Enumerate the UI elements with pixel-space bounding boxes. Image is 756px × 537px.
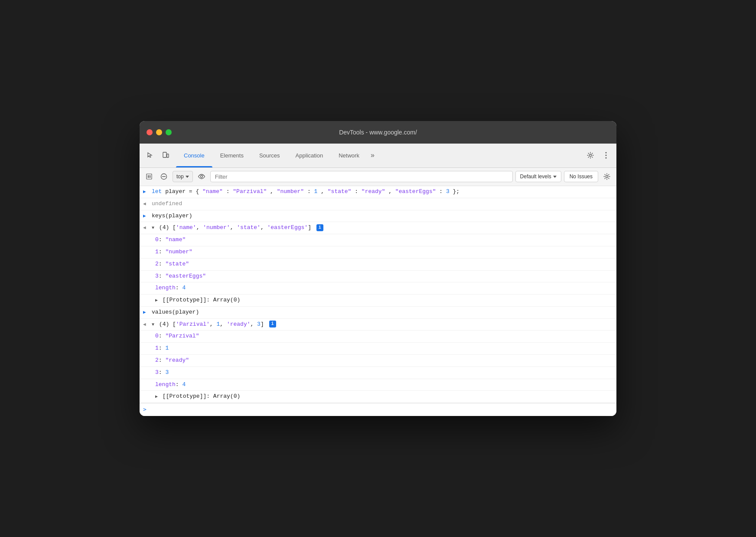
svg-point-10 xyxy=(606,176,608,178)
tab-bar: Console Elements Sources Application Net… xyxy=(140,144,616,168)
console-text: undefined xyxy=(152,200,616,209)
info-badge[interactable]: i xyxy=(269,321,276,327)
console-line[interactable]: ◀ ▼ (4) ['Parzival', 1, 'ready', 3] i xyxy=(140,319,616,331)
more-tabs-button[interactable]: » xyxy=(367,144,378,167)
console-line[interactable]: ▶ keys(player) xyxy=(140,210,616,223)
title-bar: DevTools - www.google.com/ xyxy=(140,121,616,144)
collapse-triangle[interactable]: ▼ xyxy=(152,225,154,232)
tab-list: Console Elements Sources Application Net… xyxy=(176,144,583,167)
console-line[interactable]: ◀ ▼ (4) ['name', 'number', 'state', 'eas… xyxy=(140,222,616,234)
svg-rect-0 xyxy=(163,152,166,157)
console-line[interactable]: ▶ let player = { "name" : "Parzival" , "… xyxy=(140,186,616,198)
close-button[interactable] xyxy=(147,129,153,135)
svg-rect-1 xyxy=(167,154,169,157)
devtools-icon-group xyxy=(143,148,173,162)
console-line[interactable]: 3: 3 xyxy=(140,367,616,379)
console-text: 1: "number" xyxy=(155,248,616,257)
more-options-button[interactable] xyxy=(599,148,613,162)
console-line[interactable]: 1: "number" xyxy=(140,246,616,259)
console-text: length: 4 xyxy=(155,380,616,390)
console-text: 1: 1 xyxy=(155,344,616,353)
console-text: 0: "Parzival" xyxy=(155,332,616,341)
console-line[interactable]: 2: "state" xyxy=(140,259,616,271)
console-settings-button[interactable] xyxy=(601,170,613,183)
device-toolbar-button[interactable] xyxy=(159,148,173,162)
console-prompt: > xyxy=(143,405,147,414)
output-arrow: ◀ xyxy=(143,224,152,232)
console-text: 2: "state" xyxy=(155,260,616,269)
svg-point-4 xyxy=(606,155,607,156)
svg-point-3 xyxy=(606,152,607,154)
input-arrow: ▶ xyxy=(143,309,152,317)
settings-button[interactable] xyxy=(583,148,597,162)
output-arrow: ◀ xyxy=(143,321,152,329)
console-text: ▶ [[Prototype]]: Array(0) xyxy=(155,392,616,401)
svg-rect-6 xyxy=(147,174,152,179)
console-line[interactable]: 0: "name" xyxy=(140,234,616,246)
console-line[interactable]: ◀ undefined xyxy=(140,198,616,210)
maximize-button[interactable] xyxy=(166,129,172,135)
tab-network[interactable]: Network xyxy=(331,144,367,167)
inspect-element-button[interactable] xyxy=(143,148,157,162)
console-line[interactable]: 1: 1 xyxy=(140,343,616,355)
context-selector[interactable]: top xyxy=(173,171,193,182)
console-output: ▶ let player = { "name" : "Parzival" , "… xyxy=(140,186,616,416)
console-line[interactable]: ▶ [[Prototype]]: Array(0) xyxy=(140,295,616,307)
filter-input[interactable] xyxy=(210,171,513,182)
console-line[interactable]: 3: "easterEggs" xyxy=(140,271,616,283)
console-line[interactable]: ▶ [[Prototype]]: Array(0) xyxy=(140,391,616,403)
devtools-window: DevTools - www.google.com/ Console xyxy=(140,121,616,416)
console-text: 0: "name" xyxy=(155,236,616,245)
expand-triangle[interactable]: ▶ xyxy=(155,393,158,400)
console-text: 3: 3 xyxy=(155,368,616,377)
svg-point-5 xyxy=(606,157,607,159)
expand-triangle[interactable]: ▶ xyxy=(155,297,158,304)
console-line[interactable]: 2: "ready" xyxy=(140,355,616,367)
run-script-button[interactable] xyxy=(143,170,155,183)
tab-sources[interactable]: Sources xyxy=(251,144,288,167)
info-badge[interactable]: i xyxy=(316,224,323,231)
console-text: length: 4 xyxy=(155,284,616,293)
console-text: keys(player) xyxy=(152,212,616,221)
console-line[interactable]: 0: "Parzival" xyxy=(140,331,616,343)
no-issues-button[interactable]: No Issues xyxy=(564,171,598,182)
tab-elements[interactable]: Elements xyxy=(212,144,251,167)
console-line[interactable]: length: 4 xyxy=(140,282,616,295)
traffic-lights xyxy=(147,129,172,135)
console-text: 3: "easterEggs" xyxy=(155,272,616,281)
console-input-line[interactable]: > xyxy=(140,403,616,416)
console-input[interactable] xyxy=(150,406,613,413)
svg-point-2 xyxy=(590,154,592,157)
console-text: 2: "ready" xyxy=(155,356,616,365)
collapse-triangle[interactable]: ▼ xyxy=(152,321,154,328)
window-title: DevTools - www.google.com/ xyxy=(339,129,417,136)
svg-point-9 xyxy=(200,176,202,178)
output-arrow: ◀ xyxy=(143,200,152,208)
minimize-button[interactable] xyxy=(156,129,162,135)
input-arrow: ▶ xyxy=(143,213,152,220)
input-arrow: ▶ xyxy=(143,188,152,196)
tab-console[interactable]: Console xyxy=(176,144,212,167)
tab-application[interactable]: Application xyxy=(288,144,331,167)
console-text: ▼ (4) ['Parzival', 1, 'ready', 3] i xyxy=(152,320,616,329)
live-expression-button[interactable] xyxy=(196,170,208,183)
console-text: ▼ (4) ['name', 'number', 'state', 'easte… xyxy=(152,223,616,232)
clear-console-button[interactable] xyxy=(158,170,170,183)
default-levels-button[interactable]: Default levels xyxy=(515,171,561,182)
console-toolbar: top Default levels No Issues xyxy=(140,168,616,186)
console-line[interactable]: ▶ values(player) xyxy=(140,307,616,319)
console-line[interactable]: length: 4 xyxy=(140,379,616,391)
console-text: values(player) xyxy=(152,308,616,317)
console-text: ▶ [[Prototype]]: Array(0) xyxy=(155,296,616,305)
tab-actions xyxy=(583,148,613,162)
console-text: let player = { "name" : "Parzival" , "nu… xyxy=(152,187,616,196)
